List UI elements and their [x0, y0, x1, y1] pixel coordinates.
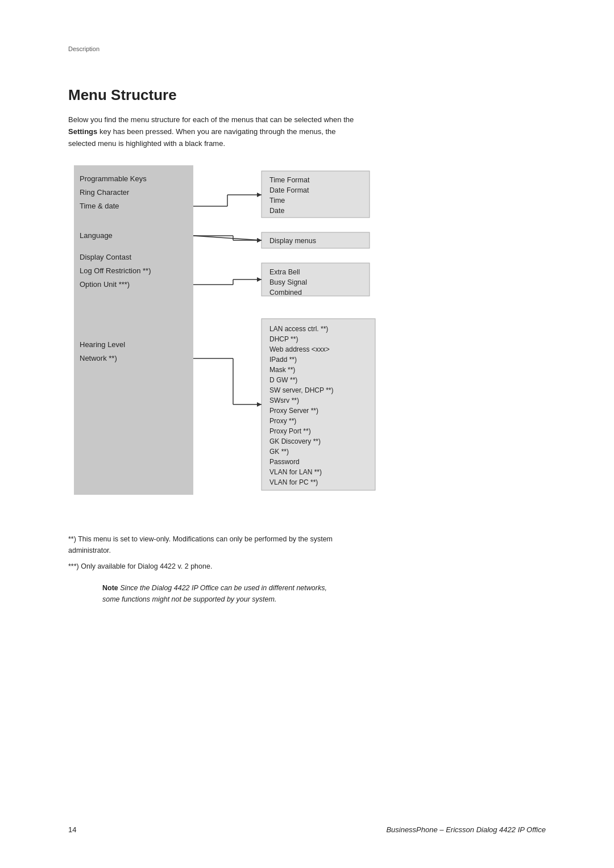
note-label: Note — [102, 584, 118, 592]
footnote2: ***) Only available for Dialog 4422 v. 2… — [68, 561, 364, 572]
svg-text:Ring Character: Ring Character — [80, 188, 130, 197]
intro-bold: Settings — [68, 127, 97, 136]
svg-text:Log Off Restriction **): Log Off Restriction **) — [80, 266, 151, 275]
svg-text:Language: Language — [80, 231, 113, 240]
svg-text:Mask **): Mask **) — [269, 366, 295, 374]
svg-marker-34 — [257, 277, 262, 282]
svg-text:DHCP **): DHCP **) — [269, 335, 298, 343]
svg-text:Hearing Level: Hearing Level — [80, 340, 125, 349]
svg-text:VLAN for LAN **): VLAN for LAN **) — [269, 468, 322, 476]
note-block: Note Since the Dialog 4422 IP Office can… — [102, 582, 341, 605]
svg-text:Date Format: Date Format — [269, 186, 309, 194]
page-number: 14 — [68, 825, 76, 834]
note-text: Since the Dialog 4422 IP Office can be u… — [102, 584, 327, 603]
page: Description Menu Structure Below you fin… — [0, 0, 614, 868]
svg-text:GK Discovery **): GK Discovery **) — [269, 437, 321, 445]
svg-text:VLAN for PC **): VLAN for PC **) — [269, 478, 318, 486]
svg-text:SWsrv **): SWsrv **) — [269, 397, 299, 404]
svg-text:LAN access ctrl. **): LAN access ctrl. **) — [269, 325, 328, 333]
svg-text:Network **): Network **) — [80, 354, 117, 362]
svg-text:Busy Signal: Busy Signal — [269, 278, 307, 286]
svg-line-21 — [193, 236, 262, 240]
svg-marker-55 — [257, 402, 262, 407]
description-label: Description — [68, 45, 546, 52]
svg-text:Programmable Keys: Programmable Keys — [80, 174, 147, 183]
intro-text-after: key has been pressed. When you are navig… — [68, 127, 335, 148]
section-title: Menu Structure — [68, 86, 546, 104]
svg-text:Display menus: Display menus — [269, 237, 316, 245]
svg-text:Proxy **): Proxy **) — [269, 417, 296, 425]
svg-text:Web address <xxx>: Web address <xxx> — [269, 345, 330, 353]
diagram-svg: Programmable Keys Ring Character Time & … — [74, 165, 438, 518]
svg-text:Time & date: Time & date — [80, 202, 119, 210]
footer-title: BusinessPhone – Ericsson Dialog 4422 IP … — [386, 825, 546, 834]
svg-marker-26 — [257, 238, 262, 243]
svg-text:Proxy Server **): Proxy Server **) — [269, 407, 318, 415]
svg-text:GK **): GK **) — [269, 448, 289, 456]
svg-text:Combined: Combined — [269, 289, 302, 297]
svg-text:D GW **): D GW **) — [269, 376, 297, 384]
svg-text:Date: Date — [269, 207, 284, 215]
svg-text:SW server,  DHCP **): SW server, DHCP **) — [269, 386, 333, 394]
svg-text:Option Unit ***): Option Unit ***) — [80, 280, 130, 289]
svg-text:IPadd **): IPadd **) — [269, 356, 297, 364]
svg-text:Password: Password — [269, 458, 300, 466]
svg-text:Extra Bell: Extra Bell — [269, 268, 300, 276]
menu-diagram: Programmable Keys Ring Character Time & … — [74, 165, 438, 518]
intro-text-before: Below you find the menu structure for ea… — [68, 115, 354, 124]
intro-paragraph: Below you find the menu structure for ea… — [68, 114, 364, 149]
svg-rect-0 — [74, 165, 193, 495]
svg-text:Proxy Port **): Proxy Port **) — [269, 427, 311, 435]
svg-marker-18 — [257, 193, 262, 197]
svg-text:Display Contast: Display Contast — [80, 253, 131, 261]
footnote1: **) This menu is set to view-only. Modif… — [68, 533, 364, 556]
page-footer: 14 BusinessPhone – Ericsson Dialog 4422 … — [68, 825, 546, 834]
svg-text:Time Format: Time Format — [269, 176, 310, 184]
svg-text:Time: Time — [269, 197, 285, 205]
